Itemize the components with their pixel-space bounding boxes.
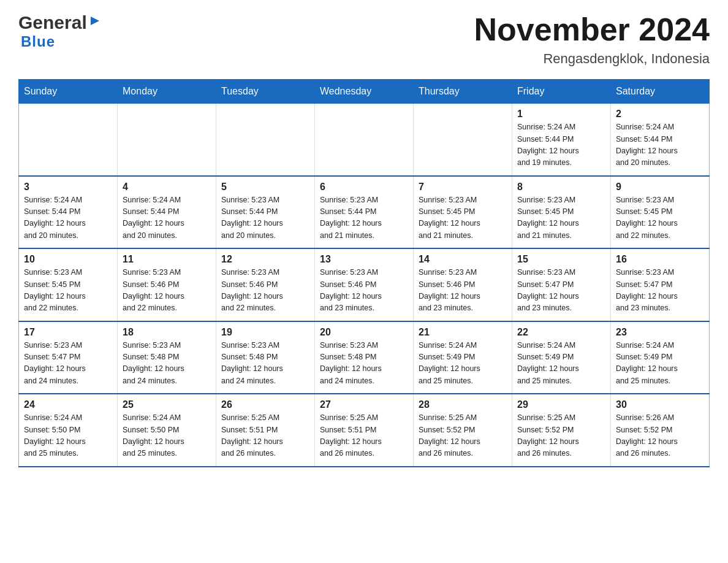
calendar-cell (216, 104, 315, 176)
calendar-cell: 26Sunrise: 5:25 AM Sunset: 5:51 PM Dayli… (216, 394, 315, 467)
calendar-cell (118, 104, 216, 176)
day-number: 20 (320, 327, 408, 338)
calendar-cell: 19Sunrise: 5:23 AM Sunset: 5:48 PM Dayli… (216, 321, 315, 394)
calendar-cell: 3Sunrise: 5:24 AM Sunset: 5:44 PM Daylig… (19, 176, 118, 249)
calendar-cell: 30Sunrise: 5:26 AM Sunset: 5:52 PM Dayli… (611, 394, 710, 467)
day-number: 23 (616, 327, 704, 338)
calendar-cell: 27Sunrise: 5:25 AM Sunset: 5:51 PM Dayli… (315, 394, 414, 467)
day-info: Sunrise: 5:23 AM Sunset: 5:44 PM Dayligh… (320, 194, 408, 242)
day-number: 11 (123, 254, 211, 265)
calendar-cell: 9Sunrise: 5:23 AM Sunset: 5:45 PM Daylig… (611, 176, 710, 249)
calendar-cell: 16Sunrise: 5:23 AM Sunset: 5:47 PM Dayli… (611, 248, 710, 321)
col-header-thursday: Thursday (414, 80, 512, 104)
col-header-monday: Monday (118, 80, 216, 104)
day-info: Sunrise: 5:23 AM Sunset: 5:45 PM Dayligh… (616, 194, 704, 242)
calendar-cell (414, 104, 512, 176)
calendar-cell: 13Sunrise: 5:23 AM Sunset: 5:46 PM Dayli… (315, 248, 414, 321)
calendar-cell: 4Sunrise: 5:24 AM Sunset: 5:44 PM Daylig… (118, 176, 216, 249)
day-number: 24 (24, 399, 112, 410)
day-info: Sunrise: 5:23 AM Sunset: 5:46 PM Dayligh… (221, 267, 309, 315)
day-number: 22 (517, 327, 605, 338)
calendar-cell: 17Sunrise: 5:23 AM Sunset: 5:47 PM Dayli… (19, 321, 118, 394)
day-number: 13 (320, 254, 408, 265)
col-header-saturday: Saturday (611, 80, 710, 104)
day-number: 6 (320, 182, 408, 193)
day-number: 4 (123, 182, 211, 193)
day-number: 28 (419, 399, 507, 410)
title-section: November 2024 Rengasdengklok, Indonesia (474, 12, 710, 67)
calendar-cell: 10Sunrise: 5:23 AM Sunset: 5:45 PM Dayli… (19, 248, 118, 321)
calendar-cell: 12Sunrise: 5:23 AM Sunset: 5:46 PM Dayli… (216, 248, 315, 321)
day-info: Sunrise: 5:23 AM Sunset: 5:45 PM Dayligh… (24, 267, 112, 315)
calendar-week-row: 1Sunrise: 5:24 AM Sunset: 5:44 PM Daylig… (19, 104, 710, 176)
day-number: 3 (24, 182, 112, 193)
calendar-week-row: 10Sunrise: 5:23 AM Sunset: 5:45 PM Dayli… (19, 248, 710, 321)
logo-general-text: General (18, 12, 87, 33)
day-info: Sunrise: 5:24 AM Sunset: 5:50 PM Dayligh… (123, 412, 211, 460)
day-info: Sunrise: 5:25 AM Sunset: 5:51 PM Dayligh… (221, 412, 309, 460)
day-number: 25 (123, 399, 211, 410)
logo: General Blue (18, 12, 102, 50)
day-info: Sunrise: 5:23 AM Sunset: 5:48 PM Dayligh… (320, 340, 408, 388)
col-header-tuesday: Tuesday (216, 80, 315, 104)
day-info: Sunrise: 5:24 AM Sunset: 5:44 PM Dayligh… (616, 121, 704, 169)
day-info: Sunrise: 5:26 AM Sunset: 5:52 PM Dayligh… (616, 412, 704, 460)
day-number: 19 (221, 327, 309, 338)
calendar-cell: 28Sunrise: 5:25 AM Sunset: 5:52 PM Dayli… (414, 394, 512, 467)
calendar-header-row: SundayMondayTuesdayWednesdayThursdayFrid… (19, 80, 710, 104)
calendar-table: SundayMondayTuesdayWednesdayThursdayFrid… (18, 79, 710, 467)
day-number: 12 (221, 254, 309, 265)
day-number: 5 (221, 182, 309, 193)
day-info: Sunrise: 5:23 AM Sunset: 5:44 PM Dayligh… (221, 194, 309, 242)
day-info: Sunrise: 5:23 AM Sunset: 5:47 PM Dayligh… (24, 340, 112, 388)
day-info: Sunrise: 5:24 AM Sunset: 5:49 PM Dayligh… (517, 340, 605, 388)
day-info: Sunrise: 5:25 AM Sunset: 5:52 PM Dayligh… (419, 412, 507, 460)
day-number: 18 (123, 327, 211, 338)
calendar-week-row: 3Sunrise: 5:24 AM Sunset: 5:44 PM Daylig… (19, 176, 710, 249)
calendar-cell: 15Sunrise: 5:23 AM Sunset: 5:47 PM Dayli… (512, 248, 611, 321)
day-info: Sunrise: 5:25 AM Sunset: 5:52 PM Dayligh… (517, 412, 605, 460)
logo-blue-text: Blue (21, 33, 55, 50)
day-info: Sunrise: 5:24 AM Sunset: 5:49 PM Dayligh… (419, 340, 507, 388)
day-info: Sunrise: 5:23 AM Sunset: 5:47 PM Dayligh… (616, 267, 704, 315)
day-number: 1 (517, 109, 605, 120)
day-info: Sunrise: 5:23 AM Sunset: 5:45 PM Dayligh… (517, 194, 605, 242)
day-info: Sunrise: 5:24 AM Sunset: 5:44 PM Dayligh… (24, 194, 112, 242)
day-number: 17 (24, 327, 112, 338)
day-number: 10 (24, 254, 112, 265)
calendar-cell: 14Sunrise: 5:23 AM Sunset: 5:46 PM Dayli… (414, 248, 512, 321)
calendar-cell: 2Sunrise: 5:24 AM Sunset: 5:44 PM Daylig… (611, 104, 710, 176)
day-info: Sunrise: 5:23 AM Sunset: 5:46 PM Dayligh… (419, 267, 507, 315)
day-info: Sunrise: 5:23 AM Sunset: 5:46 PM Dayligh… (123, 267, 211, 315)
calendar-cell: 23Sunrise: 5:24 AM Sunset: 5:49 PM Dayli… (611, 321, 710, 394)
day-number: 16 (616, 254, 704, 265)
day-number: 29 (517, 399, 605, 410)
calendar-cell: 22Sunrise: 5:24 AM Sunset: 5:49 PM Dayli… (512, 321, 611, 394)
calendar-cell: 20Sunrise: 5:23 AM Sunset: 5:48 PM Dayli… (315, 321, 414, 394)
calendar-cell: 5Sunrise: 5:23 AM Sunset: 5:44 PM Daylig… (216, 176, 315, 249)
day-number: 7 (419, 182, 507, 193)
calendar-cell: 11Sunrise: 5:23 AM Sunset: 5:46 PM Dayli… (118, 248, 216, 321)
day-info: Sunrise: 5:23 AM Sunset: 5:48 PM Dayligh… (221, 340, 309, 388)
svg-marker-0 (91, 17, 99, 25)
day-number: 8 (517, 182, 605, 193)
calendar-cell: 21Sunrise: 5:24 AM Sunset: 5:49 PM Dayli… (414, 321, 512, 394)
day-info: Sunrise: 5:24 AM Sunset: 5:44 PM Dayligh… (123, 194, 211, 242)
day-info: Sunrise: 5:23 AM Sunset: 5:47 PM Dayligh… (517, 267, 605, 315)
day-info: Sunrise: 5:24 AM Sunset: 5:50 PM Dayligh… (24, 412, 112, 460)
calendar-cell: 25Sunrise: 5:24 AM Sunset: 5:50 PM Dayli… (118, 394, 216, 467)
day-number: 27 (320, 399, 408, 410)
calendar-cell: 1Sunrise: 5:24 AM Sunset: 5:44 PM Daylig… (512, 104, 611, 176)
calendar-cell (315, 104, 414, 176)
day-number: 26 (221, 399, 309, 410)
day-info: Sunrise: 5:23 AM Sunset: 5:46 PM Dayligh… (320, 267, 408, 315)
col-header-friday: Friday (512, 80, 611, 104)
calendar-week-row: 17Sunrise: 5:23 AM Sunset: 5:47 PM Dayli… (19, 321, 710, 394)
day-info: Sunrise: 5:25 AM Sunset: 5:51 PM Dayligh… (320, 412, 408, 460)
location-subtitle: Rengasdengklok, Indonesia (474, 51, 710, 67)
col-header-sunday: Sunday (19, 80, 118, 104)
day-number: 21 (419, 327, 507, 338)
calendar-cell: 24Sunrise: 5:24 AM Sunset: 5:50 PM Dayli… (19, 394, 118, 467)
day-info: Sunrise: 5:23 AM Sunset: 5:48 PM Dayligh… (123, 340, 211, 388)
calendar-cell: 8Sunrise: 5:23 AM Sunset: 5:45 PM Daylig… (512, 176, 611, 249)
